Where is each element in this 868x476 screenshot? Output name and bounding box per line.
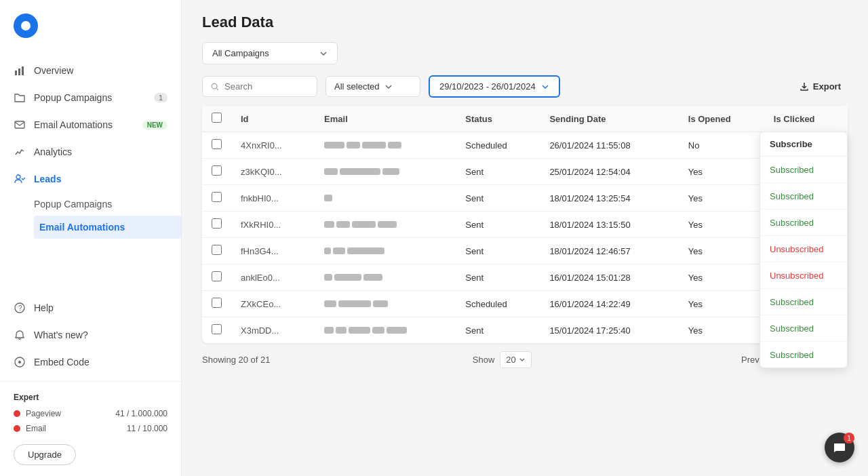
- sidebar-item-whats-new[interactable]: What's new?: [0, 321, 181, 349]
- main-header: Lead Data All Campaigns: [182, 0, 868, 75]
- help-icon: ?: [14, 302, 26, 314]
- row-opened-6: Yes: [679, 291, 764, 317]
- lead-data-table: Id Email Status Sending Date Is Opened I…: [202, 106, 848, 343]
- sidebar-nav: Overview Popup Campaigns 1 Email Automat…: [0, 52, 181, 294]
- chart-icon: [14, 64, 26, 77]
- row-date-6: 16/01/2024 14:22:49: [540, 291, 678, 317]
- table-area: All selected 29/10/2023 - 26/01/2024 Exp…: [182, 75, 868, 476]
- row-checkbox-1[interactable]: [212, 165, 222, 176]
- sidebar-item-analytics-label: Analytics: [34, 146, 167, 157]
- search-box[interactable]: [202, 76, 317, 97]
- table-row: 4XnxRI0...Scheduled26/01/2024 11:55:08No…: [202, 132, 848, 159]
- chevron-down-icon: [319, 49, 328, 58]
- subscribe-item-3[interactable]: Unsubscribed: [760, 236, 847, 262]
- sidebar-item-help[interactable]: ? Help: [0, 294, 181, 321]
- filter-row: All Campaigns: [202, 42, 848, 64]
- embed-icon: [14, 356, 26, 368]
- export-button[interactable]: Export: [793, 77, 848, 96]
- pagination-row: Showing 20 of 21 Show 20 Prev 1 2 Next: [202, 343, 848, 368]
- bell-icon: [14, 329, 26, 341]
- table-row: anklEo0...Sent16/01/2024 15:01:28YesYes: [202, 264, 848, 291]
- row-email-2: [315, 185, 456, 212]
- showing-text: Showing 20 of 21: [202, 355, 270, 365]
- subscribe-dropdown-items: SubscribedSubscribedSubscribedUnsubscrib…: [760, 157, 847, 368]
- row-checkbox-5[interactable]: [212, 271, 222, 281]
- date-range-value: 29/10/2023 - 26/01/2024: [439, 81, 536, 92]
- pageview-count: 41 / 1.000.000: [115, 409, 167, 418]
- row-email-1: [315, 159, 456, 185]
- show-select[interactable]: 20: [500, 351, 531, 368]
- subscribe-item-2[interactable]: Subscribed: [760, 210, 847, 236]
- row-date-7: 15/01/2024 17:25:40: [540, 317, 678, 344]
- svg-point-4: [16, 175, 20, 179]
- row-checkbox-0[interactable]: [212, 139, 222, 149]
- logo[interactable]: [0, 0, 181, 52]
- search-input[interactable]: [224, 81, 309, 92]
- chat-icon: [833, 441, 846, 454]
- sub-nav-popup-campaigns[interactable]: Popup Campaigns: [34, 193, 181, 216]
- sidebar-item-leads[interactable]: Leads: [0, 165, 181, 193]
- subscribe-item-0[interactable]: Subscribed: [760, 157, 847, 183]
- row-date-3: 18/01/2024 13:15:50: [540, 212, 678, 238]
- row-status-1: Sent: [456, 159, 540, 185]
- status-select-value: All selected: [334, 81, 379, 92]
- email-automations-badge: NEW: [142, 121, 167, 130]
- subscribe-item-7[interactable]: Subscribed: [760, 342, 847, 368]
- subscribe-item-6[interactable]: Subscribed: [760, 315, 847, 342]
- campaign-select[interactable]: All Campaigns: [202, 42, 338, 64]
- subscribe-item-5[interactable]: Subscribed: [760, 289, 847, 315]
- email-icon: [14, 119, 26, 131]
- select-all-header[interactable]: [202, 106, 231, 132]
- chat-bubble[interactable]: 1: [825, 433, 854, 462]
- subscribe-item-1[interactable]: Subscribed: [760, 183, 847, 210]
- table-row: z3kKQI0...Sent25/01/2024 12:54:04YesNo: [202, 159, 848, 185]
- sidebar-item-popup-campaigns[interactable]: Popup Campaigns 1: [0, 84, 181, 111]
- row-id-1: z3kKQI0...: [231, 159, 315, 185]
- sidebar-item-embed-code[interactable]: Embed Code: [0, 349, 181, 376]
- sub-nav-email-automations[interactable]: Email Automations: [34, 216, 181, 239]
- row-checkbox-4[interactable]: [212, 245, 222, 255]
- sidebar-item-overview[interactable]: Overview: [0, 57, 181, 84]
- table-row: fnkbHI0...Sent18/01/2024 13:25:54YesYes: [202, 185, 848, 212]
- row-email-6: [315, 291, 456, 317]
- subscribe-dropdown-header: Subscribe: [760, 132, 847, 157]
- subscribe-item-4[interactable]: Unsubscribed: [760, 262, 847, 289]
- analytics-icon: [14, 146, 26, 158]
- main-content: Lead Data All Campaigns All selected 29/…: [182, 0, 868, 476]
- row-checkbox-2[interactable]: [212, 192, 222, 202]
- status-select[interactable]: All selected: [326, 76, 420, 97]
- row-date-5: 16/01/2024 15:01:28: [540, 264, 678, 291]
- sidebar-item-email-automations[interactable]: Email Automations NEW: [0, 111, 181, 138]
- table-row: fHn3G4...Sent18/01/2024 12:46:57YesYes: [202, 238, 848, 264]
- col-email: Email: [315, 106, 456, 132]
- row-status-6: Scheduled: [456, 291, 540, 317]
- campaign-select-value: All Campaigns: [212, 48, 269, 58]
- subscribe-dropdown[interactable]: Subscribe SubscribedSubscribedSubscribed…: [760, 132, 848, 368]
- row-checkbox-7[interactable]: [212, 324, 222, 334]
- select-all-checkbox[interactable]: [212, 113, 222, 123]
- table-header: Id Email Status Sending Date Is Opened I…: [202, 106, 848, 132]
- col-is-opened: Is Opened: [679, 106, 764, 132]
- chat-badge: 1: [844, 433, 854, 443]
- svg-point-9: [212, 83, 217, 89]
- row-status-4: Sent: [456, 238, 540, 264]
- export-label: Export: [813, 81, 841, 92]
- row-id-5: anklEo0...: [231, 264, 315, 291]
- sidebar-item-analytics[interactable]: Analytics: [0, 138, 181, 165]
- table-wrapper: Id Email Status Sending Date Is Opened I…: [202, 106, 848, 343]
- date-range-picker[interactable]: 29/10/2023 - 26/01/2024: [429, 75, 560, 98]
- sidebar-item-whats-new-label: What's new?: [34, 330, 167, 340]
- svg-rect-2: [22, 66, 24, 75]
- upgrade-button[interactable]: Upgrade: [14, 444, 76, 465]
- row-email-0: [315, 132, 456, 159]
- row-checkbox-6[interactable]: [212, 298, 222, 308]
- date-chevron-icon: [541, 83, 549, 91]
- row-id-0: 4XnxRI0...: [231, 132, 315, 159]
- row-id-4: fHn3G4...: [231, 238, 315, 264]
- sidebar-item-popup-label: Popup Campaigns: [34, 92, 146, 103]
- sidebar-bottom-nav: ? Help What's new? Embed Code: [0, 294, 181, 381]
- logo-icon: [14, 14, 38, 38]
- row-checkbox-3[interactable]: [212, 218, 222, 229]
- row-email-5: [315, 264, 456, 291]
- leads-icon: [14, 173, 26, 185]
